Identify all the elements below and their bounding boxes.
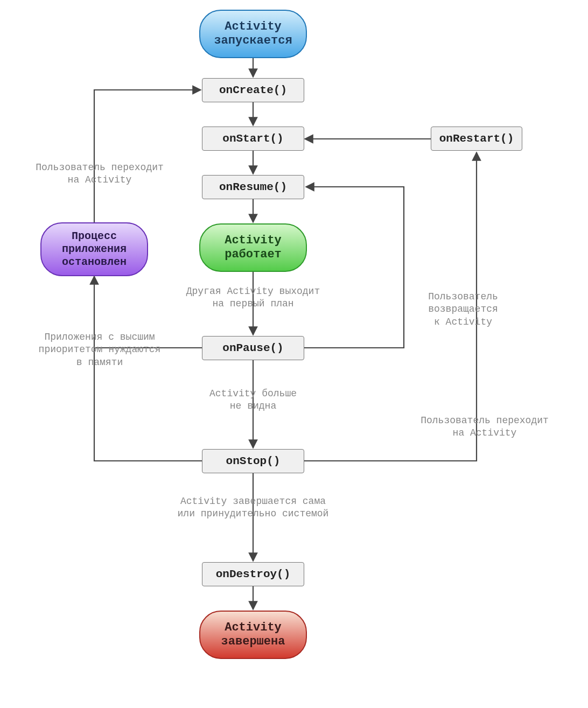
callback-onstop: onStop() xyxy=(202,449,304,473)
text-line: Пользователь xyxy=(409,291,517,303)
text-line: приложения xyxy=(62,243,127,256)
text: onRestart() xyxy=(439,132,514,145)
label-another-activity-foreground: Другая Activity выходит на первый план xyxy=(172,285,334,311)
label-high-priority: Приложения с высшим приоритетом нуждаютс… xyxy=(22,331,178,369)
text: onResume() xyxy=(219,180,287,194)
text-line: в памяти xyxy=(22,356,178,369)
state-activity-finished: Activity завершена xyxy=(199,611,307,659)
callback-onrestart: onRestart() xyxy=(431,127,522,151)
state-process-killed: Процесс приложения остановлен xyxy=(40,222,148,276)
text-line: Activity завершается сама xyxy=(167,495,339,508)
text-line: Приложения с высшим xyxy=(22,331,178,344)
text-line: Activity больше xyxy=(186,388,320,400)
state-activity-running: Activity работает xyxy=(199,223,307,272)
label-user-nav-left: Пользователь переходит на Activity xyxy=(30,162,170,187)
text-line: возвращается xyxy=(409,303,517,316)
label-not-visible: Activity больше не видна xyxy=(186,388,320,413)
text-line: запускается xyxy=(214,34,292,48)
text: onPause() xyxy=(222,341,283,355)
text-line: Activity xyxy=(225,234,282,248)
text-line: приоритетом нуждаются xyxy=(22,344,178,356)
text-line: на первый план xyxy=(172,298,334,310)
callback-ondestroy: onDestroy() xyxy=(202,562,304,586)
text: onStart() xyxy=(222,132,283,145)
text: onCreate() xyxy=(219,83,287,97)
text: onStop() xyxy=(226,454,281,468)
text-line: завершена xyxy=(221,635,285,649)
label-finishing: Activity завершается сама или принудител… xyxy=(167,495,339,521)
callback-oncreate: onCreate() xyxy=(202,78,304,102)
text-line: Activity xyxy=(225,20,282,34)
text-line: Процесс xyxy=(72,230,117,243)
text-line: на Activity xyxy=(409,427,560,439)
text-line: Пользователь переходит xyxy=(30,162,170,174)
text-line: или принудительно системой xyxy=(167,508,339,520)
callback-onstart: onStart() xyxy=(202,127,304,151)
lifecycle-diagram: Activity запускается onCreate() onStart(… xyxy=(0,0,588,708)
text-line: работает xyxy=(225,248,282,262)
text-line: не видна xyxy=(186,400,320,412)
state-activity-launching: Activity запускается xyxy=(199,10,307,58)
callback-onpause: onPause() xyxy=(202,336,304,360)
label-user-returns: Пользователь возвращается к Activity xyxy=(409,291,517,328)
text-line: остановлен xyxy=(62,256,127,269)
text-line: Другая Activity выходит xyxy=(172,285,334,298)
text-line: Пользователь переходит xyxy=(409,415,560,427)
label-user-nav-right: Пользователь переходит на Activity xyxy=(409,415,560,440)
text-line: к Activity xyxy=(409,316,517,328)
text-line: на Activity xyxy=(30,174,170,186)
callback-onresume: onResume() xyxy=(202,175,304,199)
text: onDestroy() xyxy=(216,567,291,581)
text-line: Activity xyxy=(225,621,282,635)
